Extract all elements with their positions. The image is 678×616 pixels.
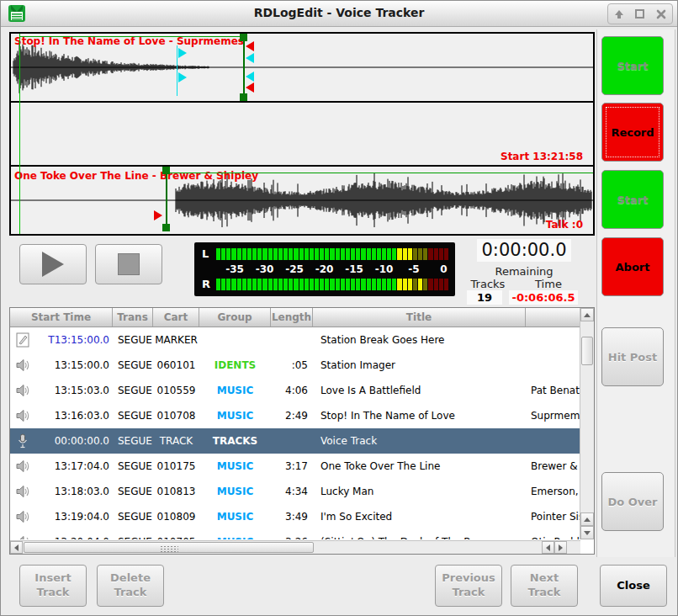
meter-segment	[299, 248, 304, 260]
arrow-right-icon	[559, 544, 563, 551]
meter-segment	[268, 279, 273, 290]
meter-segment	[382, 279, 386, 290]
scroll-left-button[interactable]	[10, 541, 23, 554]
start-track1-button[interactable]: Start	[601, 36, 664, 95]
table-row[interactable]: 13:15:00.0SEGUE060101IDENTS:05Station Im…	[10, 353, 580, 378]
end-marker-handle[interactable]	[240, 34, 247, 41]
do-over-button[interactable]: Do Over	[601, 472, 664, 531]
speaker-icon	[10, 409, 35, 422]
meter-segment	[231, 279, 236, 290]
cell-trans: SEGUE	[113, 435, 153, 447]
table-row[interactable]: 13:15:03.0SEGUE010559MUSIC4:06Love Is A …	[10, 378, 580, 403]
meter-scale-label: -15	[345, 263, 363, 275]
meter-segment	[330, 248, 334, 260]
play-button[interactable]	[19, 244, 87, 284]
meter-segment	[325, 248, 329, 260]
table-row[interactable]: 13:20:04.0SEGUE010705MUSIC3:26(Sittin' O…	[10, 529, 580, 539]
meter-segment	[294, 279, 298, 290]
maximize-icon[interactable]	[634, 8, 645, 19]
vertical-scroll-thumb[interactable]	[581, 337, 593, 365]
previous-track-button[interactable]: Previous Track	[435, 565, 502, 607]
meter-segment	[423, 279, 427, 290]
meter-segment	[320, 279, 324, 290]
meter-scale-label: -20	[315, 263, 334, 275]
meter-segment	[305, 248, 309, 260]
meter-segment	[294, 248, 298, 260]
meter-segment	[372, 279, 376, 290]
vertical-scrollbar[interactable]	[580, 308, 594, 539]
cell-cart: 010708	[153, 410, 199, 422]
table-row[interactable]: T13:15:00.0SEGUEMARKERStation Break Goes…	[10, 327, 580, 353]
horizontal-scroll-thumb[interactable]	[24, 542, 314, 553]
scroll-up-button-2[interactable]	[580, 512, 594, 526]
meter-left-bar	[216, 248, 448, 260]
speaker-icon	[15, 358, 30, 372]
window-controls	[607, 3, 673, 24]
insert-track-button[interactable]: Insert Track	[19, 565, 87, 607]
scroll-down-button[interactable]	[580, 526, 594, 539]
cell-cart: 010175	[153, 460, 199, 472]
meter-segment	[226, 248, 230, 260]
column-header-group[interactable]: Group	[199, 308, 271, 327]
start-marker-icon[interactable]	[154, 210, 162, 220]
scroll-right-button[interactable]	[554, 541, 567, 554]
meter-segment	[351, 248, 355, 260]
end-marker-icon[interactable]	[246, 41, 254, 51]
column-header-length[interactable]: Length	[271, 308, 313, 327]
cell-len: 3:17	[271, 460, 313, 472]
waveform-panel[interactable]: Stop! In The Name of Love - Suprmemes St…	[9, 32, 595, 236]
segue-marker-icon[interactable]	[246, 53, 254, 63]
end-marker-icon[interactable]	[246, 82, 254, 93]
cell-title: Stop! In The Name of Love	[313, 410, 526, 422]
column-header-cart[interactable]: Cart	[153, 308, 199, 327]
fade-marker-icon[interactable]	[178, 48, 187, 58]
record-button[interactable]: Record	[601, 103, 664, 162]
cell-group: MUSIC	[199, 460, 271, 472]
table-row[interactable]: 13:16:03.0SEGUE010708MUSIC2:49Stop! In T…	[10, 403, 580, 428]
segue-marker-icon[interactable]	[246, 72, 254, 82]
track2-voicetrack-strip[interactable]: Start 13:21:58	[11, 103, 593, 165]
meter-segment	[392, 248, 396, 260]
cell-artist: Pointer Sist	[526, 511, 580, 523]
column-header-title[interactable]: Title	[313, 308, 526, 327]
horizontal-scrollbar[interactable]	[10, 540, 580, 554]
next-track-button[interactable]: Next Track	[511, 565, 578, 607]
meter-segment	[247, 279, 252, 290]
abort-button[interactable]: Abort	[601, 237, 664, 296]
meter-segment	[444, 279, 448, 290]
column-header-blank[interactable]	[526, 308, 580, 327]
stop-button[interactable]	[95, 244, 162, 284]
track3-waveform-strip[interactable]: One Toke Over The Line - Brewer & Shiple…	[11, 167, 593, 234]
table-row[interactable]: 00:00:00.0SEGUETRACKTRACKSVoice Track	[10, 428, 580, 454]
cell-title: Love Is A Battlefield	[313, 385, 526, 396]
scroll-left-button-2[interactable]	[542, 541, 554, 554]
hit-post-button[interactable]: Hit Post	[601, 327, 664, 386]
end-marker-handle[interactable]	[240, 93, 247, 101]
cell-len: :05	[271, 359, 313, 371]
fade-marker-icon[interactable]	[178, 72, 187, 82]
meter-segment	[320, 248, 324, 260]
column-header-start-time[interactable]: Start Time	[10, 308, 113, 327]
remaining-tracks-value: 19	[467, 290, 502, 305]
cell-title: Station Imager	[313, 359, 526, 371]
meter-segment	[237, 279, 241, 290]
meter-segment	[221, 279, 225, 290]
track1-waveform-strip[interactable]: Stop! In The Name of Love - Suprmemes	[11, 34, 593, 101]
delete-track-button[interactable]: Delete Track	[97, 565, 164, 607]
start-marker-handle[interactable]	[162, 224, 170, 231]
meter-segment	[257, 248, 262, 260]
start-marker-handle[interactable]	[162, 167, 170, 174]
close-button[interactable]: Close	[600, 565, 667, 607]
column-header-trans[interactable]: Trans	[113, 308, 153, 327]
table-body: T13:15:00.0SEGUEMARKERStation Break Goes…	[10, 327, 580, 539]
rollup-icon[interactable]	[613, 8, 625, 20]
close-icon[interactable]	[655, 8, 667, 20]
table-row[interactable]: 13:19:04.0SEGUE010809MUSIC3:49I'm So Exc…	[10, 504, 580, 529]
scroll-up-button[interactable]	[580, 308, 594, 321]
cell-artist: Emerson, L	[526, 486, 580, 497]
table-row[interactable]: 13:17:04.0SEGUE010175MUSIC3:17One Toke O…	[10, 454, 580, 479]
table-row[interactable]: 13:18:03.0SEGUE010813MUSIC4:34Lucky ManE…	[10, 479, 580, 504]
meter-segment	[403, 248, 407, 260]
cell-time: T13:15:00.0	[35, 334, 113, 346]
start-track3-button[interactable]: Start	[601, 170, 664, 229]
